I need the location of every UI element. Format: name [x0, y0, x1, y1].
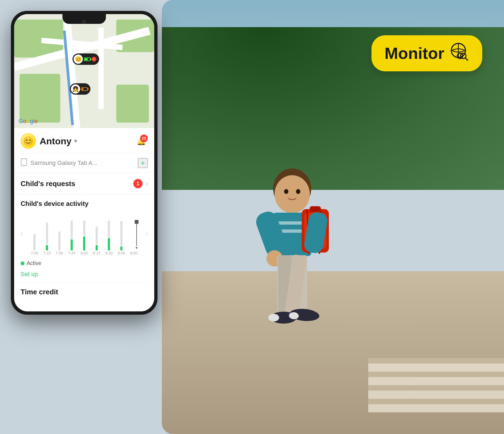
notification-button[interactable]: 🔔 25	[135, 135, 148, 148]
map-park-4	[116, 85, 149, 123]
alert-dot-1: !	[92, 57, 96, 62]
chart-column: 7:00	[29, 221, 40, 255]
bar-actual	[83, 236, 85, 250]
photo-crosswalk	[368, 358, 504, 412]
child-name: Antony	[40, 136, 71, 146]
battery-icon-orange	[81, 87, 88, 91]
map-marker-2: 👧	[70, 83, 90, 95]
monitor-label: Monitor	[385, 44, 444, 63]
globe-search-icon	[450, 42, 469, 65]
bar-limit	[96, 226, 98, 244]
svg-line-25	[465, 58, 468, 60]
svg-rect-11	[310, 206, 321, 212]
time-label: 8:00	[80, 251, 88, 255]
battery-fill-orange	[82, 88, 83, 90]
setup-link[interactable]: Set up	[21, 271, 38, 277]
battery-indicator-2	[81, 87, 88, 91]
phone-notch	[62, 14, 106, 24]
phone-content-area: 😊 Antony ▾ 🔔 25	[14, 128, 154, 311]
time-label: 8:30	[105, 251, 113, 255]
setup-link-container: Set up	[14, 269, 154, 282]
needle-arrow: ▼	[135, 246, 138, 250]
app-header: 😊 Antony ▾ 🔔 25	[14, 128, 154, 153]
map-road-v2	[98, 28, 104, 109]
chart-column: 8:15	[91, 221, 102, 255]
add-device-button[interactable]: +	[138, 158, 148, 168]
child-avatar-marker-1: 😊	[74, 55, 83, 64]
bar-wrapper	[103, 221, 115, 250]
battery-fill	[85, 58, 88, 60]
chart-column: 7:45	[66, 221, 78, 255]
notification-count: 25	[140, 135, 148, 142]
time-label: 9:00	[130, 251, 137, 255]
chart-column: 8:30	[103, 221, 115, 255]
time-label: 7:00	[31, 251, 38, 255]
time-label: 7:45	[68, 251, 75, 255]
map-area: Google 😊 ! 👧	[14, 14, 154, 128]
svg-point-30	[24, 164, 24, 165]
chevron-right-icon: ›	[146, 180, 148, 187]
bar-wrapper	[78, 221, 90, 250]
kid-figure	[238, 167, 346, 385]
chart-nav-left[interactable]: ‹	[21, 230, 23, 237]
requests-row[interactable]: Child's requests 1 ›	[14, 173, 154, 194]
bar-wrapper	[29, 221, 40, 250]
map-marker-1: 😊 !	[73, 53, 99, 65]
active-legend-dot	[21, 261, 24, 265]
chart-column: 8:45	[116, 221, 127, 255]
active-legend-label: Active	[27, 260, 41, 266]
time-label: 7:15	[43, 251, 51, 255]
front-camera	[82, 20, 86, 24]
google-logo: Google	[18, 118, 38, 125]
device-row[interactable]: Samsung Galaxy Tab A... +	[14, 153, 154, 173]
scene: Monitor	[0, 0, 504, 434]
time-credit-section: Time credit	[14, 282, 154, 302]
bar-limit	[46, 222, 48, 244]
child-avatar-marker-2: 👧	[71, 84, 80, 94]
monitor-badge-container: Monitor	[371, 35, 482, 71]
child-name-row: Antony ▾	[40, 136, 131, 146]
bar-actual	[71, 239, 73, 250]
dropdown-arrow-icon[interactable]: ▾	[74, 138, 77, 145]
bar-limit	[58, 231, 61, 250]
needle-line	[136, 224, 137, 246]
monitor-button[interactable]: Monitor	[371, 35, 482, 71]
activity-chart: ‹ 7:007:157:307:458:008:158:308:459:00 ▼…	[21, 212, 148, 255]
legend-row: Active	[14, 258, 154, 269]
chart-bars: 7:007:157:307:458:008:158:308:459:00 ▼	[29, 220, 140, 255]
bar-limit	[83, 221, 85, 236]
svg-point-1	[275, 175, 310, 213]
svg-point-3	[296, 189, 300, 194]
timeline-needle: ▼	[135, 220, 138, 250]
bar-limit	[33, 234, 36, 250]
battery-icon-green	[84, 58, 90, 61]
chart-column: 7:15	[41, 221, 53, 255]
bar-wrapper	[41, 221, 53, 250]
bar-limit	[108, 221, 110, 237]
battery-indicator-1	[84, 58, 90, 61]
svg-point-20	[268, 314, 279, 321]
chart-column: 7:30	[53, 221, 65, 255]
bar-wrapper	[116, 221, 127, 250]
time-label: 8:15	[93, 251, 100, 255]
activity-title: Child's device activity	[21, 200, 148, 208]
background-photo: Monitor	[162, 0, 504, 434]
device-name: Samsung Galaxy Tab A...	[30, 159, 135, 167]
chart-column: 8:00	[78, 221, 90, 255]
bar-actual	[108, 238, 110, 250]
bar-wrapper	[66, 221, 78, 250]
bar-actual	[46, 245, 48, 250]
bar-actual	[96, 245, 98, 250]
requests-count-badge: 1	[133, 179, 143, 188]
chart-nav-right[interactable]: ›	[146, 230, 148, 237]
bar-wrapper	[91, 221, 102, 250]
child-avatar: 😊	[21, 133, 36, 149]
time-label: 7:30	[56, 251, 63, 255]
map-park-3	[20, 74, 60, 123]
tablet-icon	[21, 158, 27, 168]
bar-limit	[120, 221, 122, 245]
bar-limit	[71, 221, 73, 239]
svg-point-2	[284, 189, 288, 194]
phone-screen: Google 😊 ! 👧	[14, 14, 154, 311]
activity-section: Child's device activity ‹ 7:007:157:307:…	[14, 194, 154, 258]
